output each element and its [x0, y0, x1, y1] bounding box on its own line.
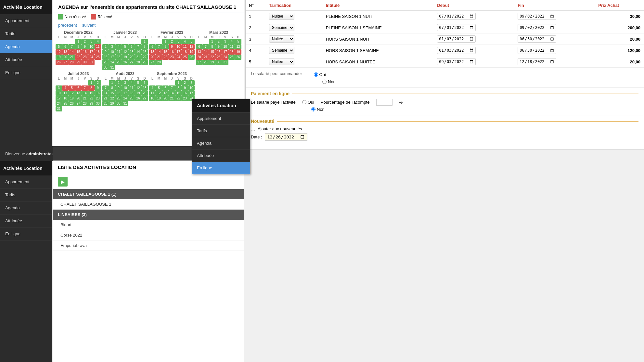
back-sidebar-title: Activités Location: [0, 0, 52, 14]
commande-radio-group: Oui: [314, 72, 326, 77]
row2-tarif[interactable]: SemaineNuitée: [266, 22, 323, 33]
group-chalet[interactable]: CHALET SAILLAGOUSE 1 (1): [53, 189, 244, 199]
group-lineaires[interactable]: LINEAIRES (3): [53, 210, 244, 220]
paiement-row: Le salarié paye l'activité Oui Pourcenta…: [251, 99, 638, 106]
row4-intitule: HORS SAISON 1 SEMAINE: [323, 45, 434, 56]
sidebar-item-agenda-back[interactable]: Agenda: [0, 40, 52, 53]
row2-fin-input[interactable]: [518, 24, 556, 31]
row1-fin[interactable]: [514, 11, 595, 22]
row4-tarif-select[interactable]: SemaineNuitée: [269, 47, 294, 54]
cal-decembre: Décembre 2022 LMMJVSD 1234 567891011 121…: [56, 30, 101, 70]
row5-fin-input[interactable]: [518, 58, 556, 65]
tarif-panel: N° Tarification Intitulé Début Fin Prix …: [245, 0, 644, 149]
row5-fin[interactable]: [514, 56, 595, 68]
row4-num: 4: [246, 45, 266, 56]
commande-oui-radio[interactable]: [314, 72, 318, 77]
row3-fin-input[interactable]: [518, 35, 556, 43]
cal-decembre-title: Décembre 2022: [56, 30, 101, 35]
front-sidebar-agenda[interactable]: Agenda: [0, 201, 52, 214]
nouveaute-section: Nouveauté Ajouter aux nouveautés Date :: [246, 115, 644, 146]
cal-mars-dow: LMMJVSD: [196, 35, 241, 39]
row3-debut[interactable]: [434, 33, 514, 45]
nouveaute-date-input[interactable]: [265, 133, 307, 141]
paiement-oui-radio[interactable]: [302, 100, 306, 104]
tarif-row-1: 1 NuitéeSemaine PLEINE SAISON 1 NUIT 30,…: [246, 11, 644, 22]
sidebar-item-appartement-back[interactable]: Appartement: [0, 14, 52, 27]
group-chalet-item-1[interactable]: CHALET SAILLAGOUSE 1: [53, 199, 244, 210]
pct-input[interactable]: 0: [376, 99, 393, 106]
row3-prix: 20,00: [595, 33, 644, 45]
cal-mars-title: Mars 2023: [196, 30, 241, 35]
sidebar-item-enligne-back[interactable]: En ligne: [0, 66, 52, 79]
prev-nav[interactable]: précédent: [58, 23, 77, 28]
cal-mars-days: 12345 6789101112 13141516171819 20212223…: [196, 39, 241, 65]
row5-debut[interactable]: [434, 56, 514, 68]
dropdown-agenda[interactable]: Agenda: [192, 137, 250, 149]
group-lineaires-item-3[interactable]: Empuriabrava: [53, 240, 244, 251]
pct-label: Pourcentage de l'acompte: [321, 100, 370, 105]
row1-debut[interactable]: [434, 11, 514, 22]
cal-juillet-days: 12 3456789 10111213141516 17181920212223…: [56, 80, 101, 111]
cal-aout-title: Août 2023: [102, 71, 148, 76]
commande-non-label[interactable]: Non: [322, 79, 638, 84]
cal-mars: Mars 2023 LMMJVSD 12345 6789101112 13141…: [196, 30, 241, 70]
dropdown-tarifs[interactable]: Tarifs: [192, 125, 250, 137]
legend-green-box: [58, 14, 63, 19]
row3-num: 3: [246, 33, 266, 45]
row4-prix: 120,00: [595, 45, 644, 56]
agenda-title: AGENDA sur l'ensemble des appartements d…: [53, 0, 244, 12]
row5-tarif-select[interactable]: NuitéeSemaine: [269, 58, 294, 65]
cal-janvier: Janvier 2023 LMMJVSD 1 2345678 910111213…: [102, 30, 148, 70]
cal-septembre: Septembre 2023 LMMJVSD 123 45678910 1112…: [149, 71, 195, 111]
nouveaute-checkbox[interactable]: [251, 127, 255, 131]
row4-debut[interactable]: [434, 45, 514, 56]
row3-tarif[interactable]: NuitéeSemaine: [266, 33, 323, 45]
front-sidebar-appartement[interactable]: Appartement: [0, 175, 52, 188]
row2-prix: 200,00: [595, 22, 644, 33]
front-sidebar: Activités Location Appartement Tarifs Ag…: [0, 161, 52, 362]
row2-tarif-select[interactable]: SemaineNuitée: [269, 24, 294, 31]
row2-intitule: PLEINE SAISON 1 SEMAINE: [323, 22, 434, 33]
commande-non-radio[interactable]: [322, 80, 327, 84]
agenda-legend: Non réservé Réservé: [53, 12, 244, 21]
dropdown-enligne[interactable]: En ligne: [192, 162, 250, 174]
row1-fin-input[interactable]: [518, 13, 556, 20]
commande-oui-label[interactable]: Oui: [314, 72, 326, 77]
row1-debut-input[interactable]: [437, 13, 476, 20]
paiement-non-text: Non: [317, 107, 325, 112]
dropdown-appartement[interactable]: Appartement: [192, 112, 250, 125]
front-sidebar-tarifs[interactable]: Tarifs: [0, 188, 52, 201]
row4-fin-input[interactable]: [518, 47, 556, 54]
row2-debut[interactable]: [434, 22, 514, 33]
add-activity-button[interactable]: ▶: [58, 177, 68, 187]
tarif-row-3: 3 NuitéeSemaine HORS SAISON 1 NUIT 20,00: [246, 33, 644, 45]
row4-fin[interactable]: [514, 45, 595, 56]
next-nav[interactable]: suivant: [82, 23, 96, 28]
commande-section: Le salarié peut commander Oui Non: [246, 68, 644, 87]
sidebar-item-tarifs-back[interactable]: Tarifs: [0, 27, 52, 40]
row1-tarif[interactable]: NuitéeSemaine: [266, 11, 323, 22]
dropdown-attribuee[interactable]: Attribuée: [192, 149, 250, 162]
paiement-header: Paiement en ligne: [251, 91, 638, 96]
row3-tarif-select[interactable]: NuitéeSemaine: [269, 35, 294, 43]
group-lineaires-item-2[interactable]: Corse 2022: [53, 230, 244, 240]
row1-tarif-select[interactable]: NuitéeSemaine: [269, 13, 294, 20]
group-lineaires-item-1[interactable]: Bidart: [53, 220, 244, 230]
row4-debut-input[interactable]: [437, 47, 476, 54]
front-sidebar-title: Activités Location: [0, 161, 52, 175]
paiement-non-radio[interactable]: [311, 107, 316, 111]
row5-tarif[interactable]: NuitéeSemaine: [266, 56, 323, 68]
row3-fin[interactable]: [514, 33, 595, 45]
front-sidebar-attribuee[interactable]: Attribuée: [0, 214, 52, 227]
row5-debut-input[interactable]: [437, 58, 476, 65]
liste-panel: LISTE DES ACTIVITES LOCATION ▶ CHALET SA…: [53, 161, 244, 362]
row4-tarif[interactable]: SemaineNuitée: [266, 45, 323, 56]
row2-fin[interactable]: [514, 22, 595, 33]
row2-debut-input[interactable]: [437, 24, 476, 31]
sidebar-item-attribuee-back[interactable]: Attribuée: [0, 53, 52, 66]
cal-janvier-dow: LMMJVSD: [102, 35, 148, 39]
front-sidebar-enligne[interactable]: En ligne: [0, 227, 52, 240]
row1-intitule: PLEINE SAISON 1 NUIT: [323, 11, 434, 22]
row3-debut-input[interactable]: [437, 35, 476, 43]
paiement-label: Le salarié paye l'activité: [251, 100, 296, 105]
